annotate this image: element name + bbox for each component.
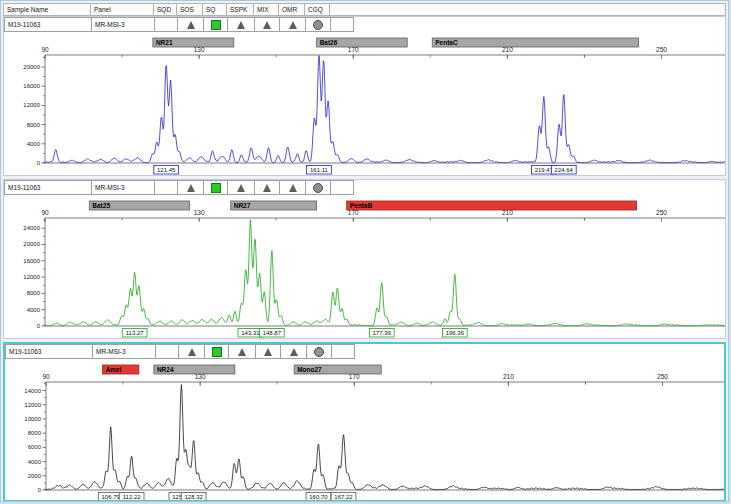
flag-sos-cell[interactable]	[177, 17, 204, 32]
peak-size-label: 224.64	[555, 167, 574, 173]
plot-frame	[46, 382, 726, 490]
electropherogram-chart-black[interactable]: AmelNR24Mono2790130170210250020004000600…	[5, 359, 726, 502]
electropherogram-section-3: M19-11063 MR-MSI-3 AmelNR24Mono279013017…	[3, 342, 726, 502]
column-header-cgq: CGQ	[304, 3, 330, 16]
marker-bar-pentac[interactable]	[432, 38, 638, 47]
flag-cgq-cell[interactable]	[305, 17, 331, 32]
warning-triangle-icon	[187, 184, 195, 192]
flag-sq-cell[interactable]	[203, 17, 228, 32]
flag-sos-cell[interactable]	[177, 180, 204, 195]
x-tick-label: 130	[195, 373, 206, 380]
y-tick-label: 12000	[24, 402, 41, 408]
warning-triangle-icon	[263, 21, 271, 29]
peak-size-label: 143.31	[241, 330, 260, 336]
warning-triangle-icon	[264, 348, 272, 356]
marker-label: Bat26	[320, 39, 338, 46]
marker-label: NR24	[157, 366, 174, 373]
marker-label: Mono27	[297, 366, 322, 373]
genemarker-window: Sample Name Panel SQD SOS SQ SSPK MIX OM…	[0, 0, 729, 502]
flag-omr-cell[interactable]	[279, 17, 306, 32]
flag-sos-cell[interactable]	[178, 344, 205, 359]
y-tick-label: 8000	[27, 122, 41, 128]
electropherogram-section-2: M19-11063 MR-MSI-3 Bat25NR27PentaB901301…	[3, 179, 726, 339]
flag-omr-cell[interactable]	[279, 180, 306, 195]
sample-name-cell[interactable]: M19-11063	[4, 180, 92, 195]
peak-size-label: 128.32	[184, 494, 203, 500]
warning-triangle-icon	[289, 184, 297, 192]
panel-cell[interactable]: MR-MSI-3	[91, 17, 155, 32]
peak-size-label: 219.47	[535, 167, 554, 173]
y-tick-label: 0	[38, 487, 42, 493]
marker-bar-pentab[interactable]	[347, 201, 637, 210]
panel-cell[interactable]: MR-MSI-3	[91, 180, 155, 195]
sample-name-cell[interactable]: M19-11063	[5, 344, 93, 359]
y-tick-label: 20000	[23, 241, 40, 247]
column-header-sq: SQ	[202, 3, 227, 16]
quality-circle-icon	[313, 20, 323, 30]
peak-size-label: 112.22	[123, 494, 142, 500]
pass-square-icon	[211, 183, 221, 193]
marker-label: Bat25	[92, 202, 110, 209]
x-tick-label: 210	[503, 373, 514, 380]
flag-cgq-cell[interactable]	[305, 180, 331, 195]
quality-circle-icon	[314, 347, 324, 357]
column-header-sqd: SQD	[153, 3, 177, 16]
plot-frame	[45, 55, 726, 163]
flag-sq-cell[interactable]	[204, 344, 229, 359]
sample-row[interactable]: M19-11063 MR-MSI-3	[5, 344, 724, 359]
y-tick-label: 0	[37, 323, 41, 329]
y-tick-label: 24000	[23, 225, 40, 231]
flag-sq-cell[interactable]	[203, 180, 228, 195]
marker-label: NR21	[156, 39, 173, 46]
sample-name-cell[interactable]: M19-11063	[4, 17, 92, 32]
y-tick-label: 4000	[27, 141, 41, 147]
x-tick-label: 250	[656, 46, 667, 53]
flag-mix-cell[interactable]	[255, 344, 281, 359]
marker-label: PentaB	[350, 202, 373, 209]
flag-mix-cell[interactable]	[254, 17, 280, 32]
flag-sqd-cell[interactable]	[154, 17, 178, 32]
column-header-filler	[329, 3, 726, 16]
x-tick-label: 210	[502, 46, 513, 53]
x-tick-label: 90	[42, 373, 50, 380]
peak-size-label: 167.22	[334, 494, 353, 500]
panel-cell[interactable]: MR-MSI-3	[92, 344, 156, 359]
pass-square-icon	[212, 347, 222, 357]
warning-triangle-icon	[238, 348, 246, 356]
flag-sspk-cell[interactable]	[228, 344, 256, 359]
flag-mix-cell[interactable]	[254, 180, 280, 195]
flag-omr-cell[interactable]	[280, 344, 307, 359]
warning-triangle-icon	[290, 348, 298, 356]
y-tick-label: 16000	[23, 83, 40, 89]
sample-row[interactable]: M19-11063 MR-MSI-3	[4, 180, 725, 195]
x-tick-label: 130	[194, 46, 205, 53]
flag-sqd-cell[interactable]	[154, 180, 178, 195]
column-header-sample-name: Sample Name	[3, 3, 91, 16]
warning-triangle-icon	[237, 21, 245, 29]
peak-size-label: 106.79	[102, 494, 121, 500]
peak-size-label: 177.39	[373, 330, 392, 336]
flag-sqd-cell[interactable]	[155, 344, 179, 359]
column-header-omr: OMR	[278, 3, 305, 16]
flag-sspk-cell[interactable]	[227, 17, 255, 32]
sample-row[interactable]: M19-11063 MR-MSI-3	[4, 17, 725, 32]
flag-sspk-cell[interactable]	[227, 180, 255, 195]
x-tick-label: 90	[41, 46, 49, 53]
y-tick-label: 8000	[28, 430, 42, 436]
row-filler-cell	[330, 17, 354, 32]
electropherogram-chart-green[interactable]: Bat25NR27PentaB9013017021025004000800012…	[4, 195, 726, 339]
marker-label: PentaC	[435, 39, 458, 46]
x-tick-label: 210	[502, 209, 513, 216]
flag-cgq-cell[interactable]	[306, 344, 332, 359]
y-tick-label: 14000	[24, 388, 41, 394]
marker-label: Amel	[106, 366, 122, 373]
electropherogram-chart-blue[interactable]: NR21Bat26PentaC9013017021025004000800012…	[4, 32, 726, 176]
column-header-panel: Panel	[90, 3, 154, 16]
pass-square-icon	[211, 20, 221, 30]
x-tick-label: 170	[349, 373, 360, 380]
y-tick-label: 4000	[28, 459, 42, 465]
y-tick-label: 10000	[24, 416, 41, 422]
electropherogram-trace	[44, 385, 726, 490]
peak-size-label: 121.45	[157, 167, 176, 173]
x-tick-label: 130	[194, 209, 205, 216]
